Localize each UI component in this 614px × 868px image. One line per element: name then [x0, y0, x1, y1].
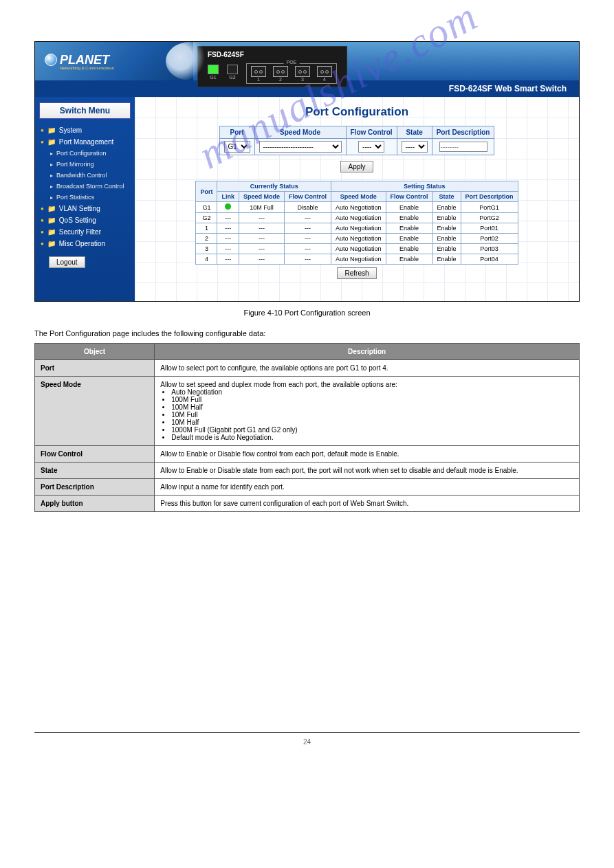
table-row: Apply buttonPress this button for save c…: [35, 496, 580, 512]
logo-subtitle: Networking & Communication: [60, 66, 114, 70]
desc-obj: Flow Control: [35, 446, 155, 463]
st-group-current: Currently Status: [217, 181, 331, 192]
table-row: Port DescriptionAllow input a name for i…: [35, 479, 580, 496]
desc-text: Allow to select port to configure, the a…: [155, 360, 580, 377]
figure-caption: Figure 4-10 Port Configuration screen: [34, 309, 580, 317]
cell-link: [217, 202, 239, 213]
port-select[interactable]: G1: [224, 141, 250, 153]
menu-header: Switch Menu: [39, 102, 131, 119]
sidebar-item-port-mirroring[interactable]: ▸Port Mirroring: [39, 159, 131, 170]
cell-sspeed: Auto Negotiation: [331, 254, 386, 265]
cell-port: 2: [196, 234, 217, 244]
sidebar-item-broadcast-storm-control[interactable]: ▸Broadcast Storm Control: [39, 181, 131, 192]
sidebar-item-label: Port Mirroring: [56, 161, 94, 168]
desc-obj: Apply button: [35, 496, 155, 512]
table-row: G2---------Auto NegotiationEnableEnableP…: [196, 213, 518, 223]
cell-cflow: ---: [284, 234, 331, 244]
chevron-right-icon: ▸: [50, 183, 53, 190]
chevron-right-icon: ▸: [50, 151, 53, 157]
cell-link: ---: [217, 234, 239, 244]
state-select[interactable]: ----: [402, 141, 428, 153]
sidebar-item-security-filter[interactable]: ●📁Security Filter: [39, 226, 131, 238]
page-footer: 24: [34, 732, 580, 746]
cfg-hdr-flow: Flow Control: [346, 126, 397, 139]
refresh-button[interactable]: Refresh: [337, 267, 376, 279]
chevron-right-icon: ▸: [50, 162, 53, 168]
st-hdr-cspeed: Speed Mode: [239, 192, 284, 202]
cell-port: G2: [196, 213, 217, 223]
cfg-hdr-port: Port: [219, 126, 254, 139]
cell-sspeed: Auto Negotiation: [331, 223, 386, 234]
cell-port: 4: [196, 254, 217, 265]
chevron-right-icon: ▸: [50, 173, 53, 179]
sidebar-item-system[interactable]: ●📁System: [39, 124, 131, 136]
cell-sspeed: Auto Negotiation: [331, 244, 386, 254]
speed-select[interactable]: ----------------------: [259, 141, 342, 153]
device-panel: FSD-624SF G1 G2 1 2 3 4: [193, 42, 579, 80]
cell-link: ---: [217, 223, 239, 234]
desc-hdr-obj: Object: [35, 344, 155, 360]
bullet-icon: ●: [41, 139, 44, 145]
sidebar-item-port-statistics[interactable]: ▸Port Statistics: [39, 192, 131, 203]
port-icon: [273, 66, 288, 77]
desc-text: Allow to Enable or Disable flow control …: [155, 446, 580, 463]
cell-state: Enable: [432, 202, 461, 213]
desc-text: Press this button for save current confi…: [155, 496, 580, 512]
port-icon: [251, 66, 266, 77]
port-icon: [317, 66, 332, 77]
cell-pdesc: Port04: [461, 254, 518, 265]
sidebar-item-label: Port Management: [59, 138, 114, 146]
cell-state: Enable: [432, 244, 461, 254]
table-row: StateAllow to Enable or Disable state fr…: [35, 463, 580, 479]
desc-text: Allow to set speed and duplex mode from …: [155, 377, 580, 446]
desc-text: Allow to Enable or Disable state from ea…: [155, 463, 580, 479]
list-item: Default mode is Auto Negotiation.: [171, 434, 573, 441]
sidebar-item-port-management[interactable]: ●📁Port Management: [39, 136, 131, 148]
sidebar-item-bandwidth-control[interactable]: ▸Bandwidth Control: [39, 170, 131, 181]
st-hdr-link: Link: [217, 192, 239, 202]
device-model: FSD-624SF: [208, 51, 337, 58]
cell-port: G1: [196, 202, 217, 213]
sidebar-item-vlan-setting[interactable]: ●📁VLAN Setting: [39, 203, 131, 214]
cell-cflow: ---: [284, 254, 331, 265]
folder-icon: 📁: [47, 205, 56, 212]
sidebar-item-qos-setting[interactable]: ●📁QoS Setting: [39, 214, 131, 226]
flow-select[interactable]: ----: [358, 141, 384, 153]
sidebar-item-misc-operation[interactable]: ●📁Misc Operation: [39, 238, 131, 249]
cell-state: Enable: [432, 254, 461, 265]
cell-cspeed: 10M Full: [239, 202, 284, 213]
folder-icon: 📁: [47, 228, 56, 236]
cell-sflow: Enable: [386, 213, 432, 223]
list-item: 1000M Full (Gigabit port G1 and G2 only): [171, 426, 573, 434]
cell-sspeed: Auto Negotiation: [331, 202, 386, 213]
cell-cflow: ---: [284, 213, 331, 223]
sidebar-item-label: Port Statistics: [56, 194, 94, 201]
table-row: Speed ModeAllow to set speed and duplex …: [35, 377, 580, 446]
logout-button[interactable]: Logout: [49, 256, 85, 268]
sidebar-item-label: Bandwidth Control: [56, 172, 107, 179]
sidebar-item-label: Port Configuration: [56, 150, 107, 157]
cell-sflow: Enable: [386, 234, 432, 244]
sidebar-item-port-configuration[interactable]: ▸Port Configuration: [39, 148, 131, 159]
table-row: G110M FullDisableAuto NegotiationEnableE…: [196, 202, 518, 213]
cfg-hdr-state: State: [397, 126, 432, 139]
desc-input[interactable]: [439, 142, 487, 152]
table-row: PortAllow to select port to configure, t…: [35, 360, 580, 377]
config-table: Port Speed Mode Flow Control State Port …: [219, 126, 495, 155]
table-row: 2---------Auto NegotiationEnableEnablePo…: [196, 234, 518, 244]
description-table: Object Description PortAllow to select p…: [34, 343, 580, 512]
apply-button[interactable]: Apply: [340, 161, 373, 173]
sidebar-item-label: Broadcast Storm Control: [56, 183, 124, 190]
list-item: 100M Half: [171, 403, 573, 411]
cell-cflow: ---: [284, 244, 331, 254]
cell-sflow: Enable: [386, 244, 432, 254]
bullet-icon: ●: [41, 229, 44, 235]
cell-link: ---: [217, 244, 239, 254]
logo-area: PLANET Networking & Communication: [35, 42, 193, 80]
bullet-icon: ●: [41, 205, 44, 212]
cell-pdesc: Port01: [461, 223, 518, 234]
planet-logo: PLANET: [45, 53, 114, 67]
cell-pdesc: PortG1: [461, 202, 518, 213]
sidebar: Switch Menu ●📁System●📁Port Management▸Po…: [35, 97, 135, 301]
st-hdr-port: Port: [196, 181, 217, 202]
